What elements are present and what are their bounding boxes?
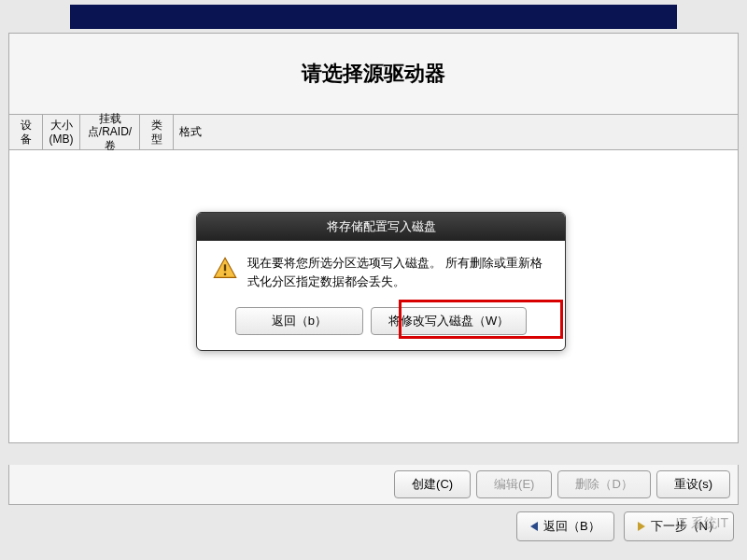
reset-button[interactable]: 重设(s) [656, 470, 730, 498]
title-section: 请选择源驱动器 [9, 34, 738, 115]
header-bar [70, 5, 677, 29]
table-header-row: 设备 大小 (MB) 挂载点/RAID/卷 类型 格式 [9, 115, 738, 150]
svg-rect-0 [224, 264, 226, 271]
col-device[interactable]: 设备 [9, 115, 43, 149]
col-format[interactable]: 格式 [174, 115, 207, 149]
dialog-back-button[interactable]: 返回（b） [235, 307, 363, 335]
arrow-left-icon [530, 522, 538, 531]
col-size[interactable]: 大小 (MB) [43, 115, 80, 149]
confirm-dialog: 将存储配置写入磁盘 现在要将您所选分区选项写入磁盘。 所有删除或重新格式化分区指… [196, 212, 566, 351]
create-button[interactable]: 创建(C) [394, 470, 471, 498]
col-mount[interactable]: 挂载点/RAID/卷 [80, 115, 140, 149]
nav-next-button[interactable]: 下一步（N） [624, 511, 734, 541]
arrow-right-icon [638, 522, 645, 531]
delete-button: 删除（D） [557, 470, 650, 498]
col-type[interactable]: 类型 [140, 115, 174, 149]
edit-button: 编辑(E) [476, 470, 552, 498]
nav-button-row: 返回（B） 下一步（N） [516, 511, 734, 541]
action-button-row: 创建(C) 编辑(E) 删除（D） 重设(s) [8, 465, 739, 505]
nav-back-label: 返回（B） [543, 518, 600, 535]
dialog-body: 现在要将您所选分区选项写入磁盘。 所有删除或重新格式化分区指定数据都会丢失。 [197, 241, 565, 298]
dialog-title: 将存储配置写入磁盘 [197, 213, 565, 241]
content-area: 将存储配置写入磁盘 现在要将您所选分区选项写入磁盘。 所有删除或重新格式化分区指… [9, 150, 738, 442]
dialog-write-button[interactable]: 将修改写入磁盘（W） [371, 307, 527, 335]
nav-back-button[interactable]: 返回（B） [516, 511, 614, 541]
main-panel: 请选择源驱动器 设备 大小 (MB) 挂载点/RAID/卷 类型 格式 将存储配… [8, 33, 739, 443]
dialog-message: 现在要将您所选分区选项写入磁盘。 所有删除或重新格式化分区指定数据都会丢失。 [247, 254, 550, 290]
dialog-button-row: 返回（b） 将修改写入磁盘（W） [197, 298, 565, 350]
nav-next-label: 下一步（N） [651, 518, 720, 535]
warning-icon [212, 256, 238, 282]
svg-rect-1 [224, 273, 226, 275]
page-title: 请选择源驱动器 [9, 60, 738, 88]
